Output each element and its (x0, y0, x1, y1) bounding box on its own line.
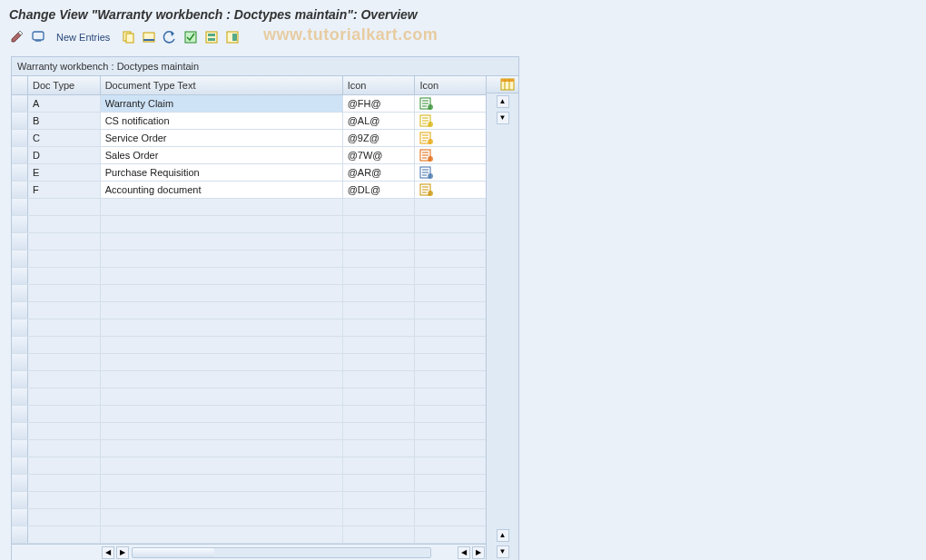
cell-doc-text[interactable] (101, 475, 343, 491)
cell-icon-preview[interactable] (415, 440, 486, 457)
table-row[interactable] (12, 475, 486, 492)
row-selector[interactable] (12, 199, 28, 215)
cell-doc-type[interactable] (28, 251, 101, 267)
row-selector[interactable] (12, 440, 28, 457)
row-selector[interactable] (12, 526, 28, 543)
cell-icon-code[interactable] (343, 302, 416, 319)
cell-doc-type[interactable] (28, 302, 101, 319)
cell-doc-text[interactable] (101, 509, 343, 526)
row-selector[interactable] (12, 457, 28, 474)
cell-icon-code[interactable] (343, 216, 416, 232)
cell-doc-text[interactable] (101, 285, 343, 301)
cell-icon-preview[interactable] (415, 199, 486, 215)
row-selector[interactable] (12, 130, 28, 146)
scroll-down-icon[interactable]: ▲ (497, 529, 509, 542)
cell-doc-type[interactable] (28, 199, 101, 215)
cell-icon-code[interactable]: @DL@ (343, 182, 416, 198)
header-select[interactable] (12, 76, 28, 94)
cell-doc-type[interactable]: E (28, 164, 101, 181)
cell-icon-preview[interactable] (415, 285, 486, 301)
cell-icon-code[interactable] (343, 406, 416, 422)
cell-icon-code[interactable] (343, 371, 416, 388)
cell-icon-code[interactable] (343, 492, 416, 508)
cell-icon-code[interactable] (343, 319, 416, 336)
cell-icon-code[interactable] (343, 475, 416, 491)
table-row[interactable] (12, 216, 486, 233)
cell-icon-preview[interactable] (415, 319, 486, 336)
cell-doc-text[interactable]: Sales Order (101, 147, 343, 163)
cell-icon-code[interactable] (343, 354, 416, 370)
table-row[interactable]: FAccounting document@DL@ (12, 182, 486, 199)
table-row[interactable]: EPurchase Requisition@AR@ (12, 164, 486, 182)
cell-icon-code[interactable] (343, 199, 416, 215)
cell-doc-type[interactable] (28, 457, 101, 474)
table-row[interactable] (12, 526, 486, 544)
cell-doc-text[interactable] (101, 319, 343, 336)
cell-icon-preview[interactable] (415, 130, 486, 146)
select-block-icon[interactable] (203, 29, 220, 45)
cell-icon-code[interactable]: @AL@ (343, 113, 416, 129)
table-row[interactable] (12, 319, 486, 337)
table-row[interactable] (12, 388, 486, 406)
cell-icon-preview[interactable] (415, 182, 486, 198)
deselect-all-icon[interactable] (224, 29, 241, 45)
row-selector[interactable] (12, 371, 28, 388)
cell-doc-type[interactable] (28, 475, 101, 491)
cell-doc-type[interactable]: F (28, 182, 101, 198)
copy-icon[interactable] (120, 29, 136, 45)
scroll-right-icon[interactable]: ◀ (458, 546, 470, 559)
find-icon[interactable] (30, 29, 46, 45)
table-row[interactable] (12, 509, 486, 526)
configure-columns-icon[interactable] (487, 75, 518, 93)
cell-icon-preview[interactable] (415, 268, 486, 284)
cell-icon-code[interactable] (343, 423, 416, 439)
cell-doc-type[interactable]: D (28, 147, 101, 163)
row-selector[interactable] (12, 509, 28, 526)
scroll-up-icon[interactable]: ▼ (497, 112, 509, 124)
scroll-top-icon[interactable]: ▲ (497, 95, 509, 108)
cell-doc-text[interactable] (101, 457, 343, 474)
cell-icon-code[interactable] (343, 233, 416, 250)
table-row[interactable] (12, 440, 486, 457)
cell-doc-text[interactable] (101, 388, 343, 405)
row-selector[interactable] (12, 216, 28, 232)
cell-doc-type[interactable] (28, 526, 101, 543)
cell-icon-code[interactable]: @FH@ (343, 95, 416, 112)
cell-icon-code[interactable] (343, 509, 416, 526)
table-row[interactable] (12, 354, 486, 371)
cell-doc-text[interactable] (101, 354, 343, 370)
cell-icon-code[interactable] (343, 457, 416, 474)
cell-doc-text[interactable] (101, 199, 343, 215)
cell-doc-type[interactable] (28, 354, 101, 370)
cell-icon-preview[interactable] (415, 457, 486, 474)
cell-doc-text[interactable] (101, 423, 343, 439)
table-row[interactable]: BCS notification@AL@ (12, 113, 486, 130)
cell-doc-type[interactable] (28, 440, 101, 457)
cell-doc-text[interactable] (101, 406, 343, 422)
cell-icon-code[interactable] (343, 526, 416, 543)
undo-icon[interactable] (162, 29, 178, 45)
table-row[interactable] (12, 457, 486, 475)
cell-icon-preview[interactable] (415, 406, 486, 422)
cell-doc-text[interactable] (101, 302, 343, 319)
delete-icon[interactable] (141, 29, 157, 45)
row-selector[interactable] (12, 251, 28, 267)
cell-doc-text[interactable] (101, 492, 343, 508)
cell-doc-type[interactable]: C (28, 130, 101, 146)
cell-icon-preview[interactable] (415, 95, 486, 112)
row-selector[interactable] (12, 423, 28, 439)
cell-icon-code[interactable]: @7W@ (343, 147, 416, 163)
cell-icon-preview[interactable] (415, 147, 486, 163)
cell-doc-text[interactable]: Warranty Claim (101, 95, 343, 112)
table-row[interactable] (12, 199, 486, 216)
cell-icon-code[interactable] (343, 388, 416, 405)
header-doc-text[interactable]: Document Type Text (101, 76, 343, 94)
row-selector[interactable] (12, 95, 28, 112)
cell-doc-type[interactable]: B (28, 113, 101, 129)
header-icon-code[interactable]: Icon (343, 76, 416, 94)
table-row[interactable] (12, 423, 486, 440)
table-row[interactable] (12, 406, 486, 423)
cell-icon-preview[interactable] (415, 251, 486, 267)
cell-doc-type[interactable] (28, 423, 101, 439)
table-row[interactable] (12, 233, 486, 251)
